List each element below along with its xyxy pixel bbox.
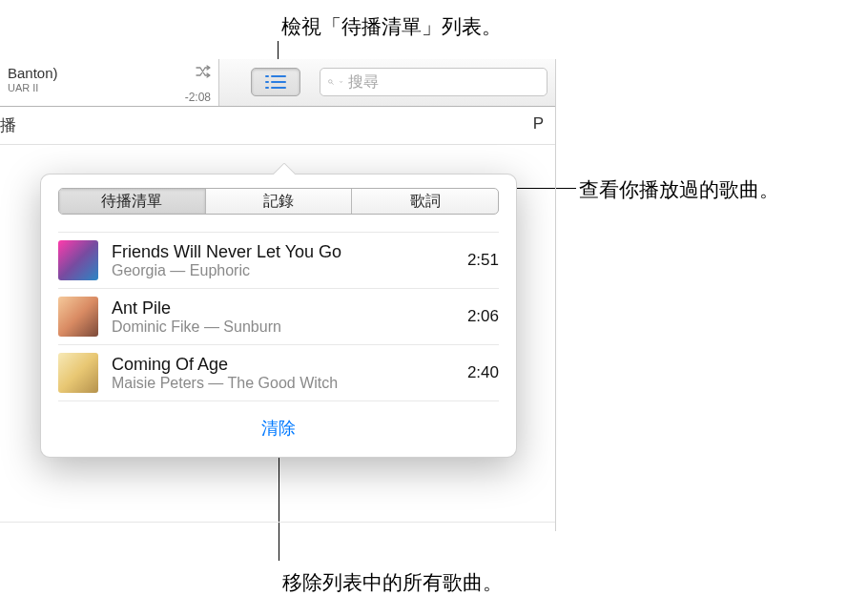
- track-duration: 2:51: [467, 251, 499, 270]
- shuffle-icon[interactable]: [196, 65, 211, 78]
- track-subtitle: Maisie Peters — The Good Witch: [112, 375, 454, 392]
- callout-right: 查看你播放過的歌曲。: [579, 176, 779, 203]
- sub-toolbar: 播 P: [0, 107, 555, 145]
- search-input[interactable]: [348, 73, 539, 91]
- track-duration: 2:06: [467, 307, 499, 326]
- sub-toolbar-left-label: 播: [0, 114, 16, 136]
- album-art: [58, 297, 98, 337]
- search-icon: [328, 75, 334, 89]
- callout-line: [575, 188, 576, 189]
- track-duration: 2:40: [467, 363, 499, 382]
- track-title: Coming Of Age: [112, 355, 454, 375]
- album-art: [58, 240, 98, 280]
- track-info: Friends Will Never Let You Go Georgia — …: [112, 242, 454, 279]
- now-playing-title: Banton): [8, 65, 209, 81]
- svg-rect-0: [265, 75, 269, 77]
- list-icon: [265, 74, 286, 90]
- app-window: Banton) UAR II -2:08: [0, 59, 556, 531]
- search-field-container[interactable]: [320, 68, 547, 96]
- track-subtitle: Dominic Fike — Sunburn: [112, 318, 454, 336]
- sub-toolbar-right-label: P: [533, 114, 544, 133]
- track-title: Friends Will Never Let You Go: [112, 242, 454, 262]
- tab-lyrics[interactable]: 歌詞: [352, 189, 498, 214]
- up-next-button[interactable]: [251, 68, 300, 96]
- track-row[interactable]: Friends Will Never Let You Go Georgia — …: [58, 232, 499, 289]
- tab-history[interactable]: 記錄: [206, 189, 353, 214]
- toolbar: Banton) UAR II -2:08: [0, 59, 555, 107]
- track-title: Ant Pile: [112, 298, 454, 318]
- tab-up-next[interactable]: 待播清單: [59, 189, 206, 214]
- clear-button[interactable]: 清除: [58, 417, 499, 440]
- callout-bottom: 移除列表中的所有歌曲。: [282, 569, 503, 596]
- svg-rect-5: [271, 87, 286, 89]
- track-info: Coming Of Age Maisie Peters — The Good W…: [112, 355, 454, 392]
- track-info: Ant Pile Dominic Fike — Sunburn: [112, 298, 454, 336]
- now-playing-subtitle: UAR II: [8, 82, 209, 93]
- chevron-down-icon[interactable]: [340, 79, 342, 85]
- callout-top: 檢視「待播清單」列表。: [281, 13, 502, 40]
- svg-rect-2: [265, 81, 269, 83]
- svg-rect-3: [271, 81, 286, 83]
- track-list: Friends Will Never Let You Go Georgia — …: [58, 232, 499, 401]
- segmented-control: 待播清單 記錄 歌詞: [58, 188, 499, 215]
- album-art: [58, 353, 98, 393]
- track-row[interactable]: Ant Pile Dominic Fike — Sunburn 2:06: [58, 289, 499, 345]
- svg-rect-4: [265, 87, 269, 89]
- svg-rect-1: [271, 75, 286, 77]
- now-playing-time-remaining: -2:08: [185, 91, 211, 104]
- up-next-popover: 待播清單 記錄 歌詞 Friends Will Never Let You Go…: [40, 174, 517, 458]
- popover-arrow: [272, 163, 295, 175]
- track-subtitle: Georgia — Euphoric: [112, 262, 454, 279]
- track-row[interactable]: Coming Of Age Maisie Peters — The Good W…: [58, 345, 499, 401]
- svg-line-7: [332, 83, 334, 85]
- now-playing-panel[interactable]: Banton) UAR II -2:08: [0, 59, 219, 106]
